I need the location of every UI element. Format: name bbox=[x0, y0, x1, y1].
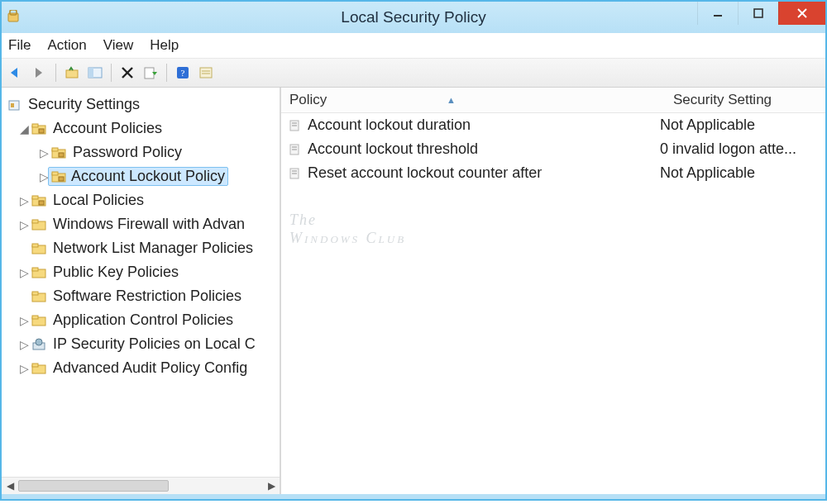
tree-item-password-policy[interactable]: ▷ Password Policy bbox=[7, 140, 280, 164]
svg-rect-8 bbox=[66, 70, 78, 78]
tree-horizontal-scrollbar[interactable]: ◀ ▶ bbox=[2, 477, 280, 494]
tree-pane: Security Settings ◢ Account Policies ▷ P… bbox=[2, 88, 281, 494]
expand-icon[interactable]: ▷ bbox=[18, 218, 30, 231]
tree-root-label: Security Settings bbox=[26, 96, 141, 113]
maximize-button[interactable] bbox=[738, 2, 778, 25]
tree-item-windows-firewall[interactable]: ▷ Windows Firewall with Advan bbox=[7, 212, 280, 236]
folder-icon bbox=[31, 314, 46, 327]
svg-point-45 bbox=[36, 339, 42, 345]
minimize-button[interactable] bbox=[697, 2, 738, 25]
svg-rect-41 bbox=[32, 292, 38, 295]
policy-value: Not Applicable bbox=[660, 164, 825, 182]
svg-marker-6 bbox=[11, 68, 17, 78]
collapse-icon[interactable]: ◢ bbox=[18, 122, 30, 136]
toolbar-separator bbox=[55, 64, 56, 82]
list-row[interactable]: Account lockout duration Not Applicable bbox=[281, 113, 825, 137]
nav-forward-button[interactable] bbox=[30, 63, 50, 83]
svg-rect-39 bbox=[32, 268, 38, 271]
nav-back-button[interactable] bbox=[7, 63, 26, 83]
policy-name: Account lockout threshold bbox=[308, 140, 660, 158]
expand-icon[interactable]: ▷ bbox=[18, 362, 30, 375]
tree-item-label: Software Restriction Policies bbox=[51, 288, 243, 305]
folder-icon bbox=[31, 266, 46, 279]
scroll-left-icon[interactable]: ◀ bbox=[3, 480, 17, 492]
svg-rect-21 bbox=[11, 103, 14, 107]
close-button[interactable] bbox=[778, 2, 825, 25]
menu-file[interactable]: File bbox=[8, 37, 31, 54]
svg-rect-13 bbox=[145, 68, 154, 78]
toolbar-separator bbox=[111, 64, 112, 82]
tree-view[interactable]: Security Settings ◢ Account Policies ▷ P… bbox=[2, 88, 280, 477]
toolbar: ? bbox=[2, 59, 825, 88]
tree-item-software-restriction[interactable]: Software Restriction Policies bbox=[7, 284, 280, 308]
list-row[interactable]: Reset account lockout counter after Not … bbox=[281, 161, 825, 185]
column-header-policy-label: Policy bbox=[289, 92, 327, 107]
expand-icon[interactable]: ▷ bbox=[18, 266, 30, 279]
policy-name: Reset account lockout counter after bbox=[308, 164, 660, 182]
folder-icon bbox=[31, 242, 46, 255]
list-header[interactable]: Policy ▲ Security Setting bbox=[281, 88, 825, 113]
svg-rect-47 bbox=[32, 364, 38, 367]
svg-rect-10 bbox=[88, 68, 93, 78]
svg-rect-43 bbox=[32, 316, 38, 319]
list-body: Account lockout duration Not Applicable … bbox=[281, 113, 825, 494]
column-header-setting-label: Security Setting bbox=[673, 92, 772, 107]
folder-icon bbox=[51, 146, 66, 159]
watermark-line1: The bbox=[289, 211, 406, 229]
export-button[interactable] bbox=[141, 63, 160, 83]
content-area: Security Settings ◢ Account Policies ▷ P… bbox=[2, 88, 825, 494]
tree-item-account-lockout-policy[interactable]: ▷ Account Lockout Policy bbox=[7, 164, 280, 188]
folder-icon bbox=[31, 290, 46, 303]
list-pane: Policy ▲ Security Setting Account lockou… bbox=[281, 88, 825, 494]
delete-button[interactable] bbox=[117, 63, 137, 83]
policy-item-icon bbox=[288, 166, 303, 181]
tree-root[interactable]: Security Settings bbox=[7, 93, 280, 116]
scroll-right-icon[interactable]: ▶ bbox=[265, 480, 278, 492]
svg-rect-50 bbox=[292, 125, 297, 126]
tree-item-network-list-manager[interactable]: Network List Manager Policies bbox=[7, 236, 280, 260]
expand-icon[interactable]: ▷ bbox=[18, 338, 30, 351]
policy-item-icon bbox=[288, 118, 303, 133]
svg-rect-32 bbox=[32, 196, 38, 199]
svg-marker-7 bbox=[36, 68, 42, 78]
tree-item-application-control[interactable]: ▷ Application Control Policies bbox=[7, 308, 280, 332]
tree-item-public-key-policies[interactable]: ▷ Public Key Policies bbox=[7, 260, 280, 284]
svg-rect-3 bbox=[754, 9, 762, 17]
scroll-thumb[interactable] bbox=[18, 480, 169, 492]
tree-item-label: Account Policies bbox=[51, 120, 164, 137]
tree-item-local-policies[interactable]: ▷ Local Policies bbox=[7, 188, 280, 212]
svg-rect-49 bbox=[292, 122, 297, 124]
list-row[interactable]: Account lockout threshold 0 invalid logo… bbox=[281, 137, 825, 161]
menu-bar: File Action View Help bbox=[2, 33, 825, 59]
svg-rect-26 bbox=[52, 148, 58, 151]
policy-item-icon bbox=[288, 142, 303, 157]
folder-icon bbox=[31, 194, 46, 207]
security-settings-icon bbox=[7, 98, 22, 112]
show-hide-tree-button[interactable] bbox=[85, 63, 105, 83]
tree-item-label: Password Policy bbox=[71, 144, 184, 161]
menu-help[interactable]: Help bbox=[150, 37, 179, 54]
svg-rect-37 bbox=[32, 244, 38, 247]
sort-ascending-icon: ▲ bbox=[447, 95, 456, 105]
menu-action[interactable]: Action bbox=[47, 37, 86, 54]
tree-item-label: Application Control Policies bbox=[51, 311, 235, 329]
svg-rect-23 bbox=[32, 124, 38, 127]
expand-icon[interactable]: ▷ bbox=[18, 194, 30, 207]
tree-item-advanced-audit[interactable]: ▷ Advanced Audit Policy Config bbox=[7, 356, 280, 380]
folder-icon bbox=[31, 218, 46, 231]
properties-button[interactable] bbox=[196, 63, 216, 83]
tree-item-account-policies[interactable]: ◢ Account Policies bbox=[7, 116, 280, 140]
column-header-policy[interactable]: Policy ▲ bbox=[281, 92, 668, 108]
tree-item-label: Public Key Policies bbox=[51, 264, 180, 281]
menu-view[interactable]: View bbox=[103, 37, 134, 54]
tree-item-label: Network List Manager Policies bbox=[51, 240, 255, 257]
svg-rect-33 bbox=[39, 201, 44, 205]
tree-item-ip-security[interactable]: ▷ IP Security Policies on Local C bbox=[7, 332, 280, 356]
expand-icon[interactable]: ▷ bbox=[18, 314, 30, 327]
expand-icon[interactable]: ▷ bbox=[38, 146, 50, 159]
title-bar[interactable]: Local Security Policy bbox=[2, 2, 825, 33]
up-folder-button[interactable] bbox=[62, 63, 82, 83]
column-header-security-setting[interactable]: Security Setting bbox=[668, 92, 825, 108]
tree-item-label: Windows Firewall with Advan bbox=[51, 216, 246, 233]
help-button[interactable]: ? bbox=[173, 63, 193, 83]
